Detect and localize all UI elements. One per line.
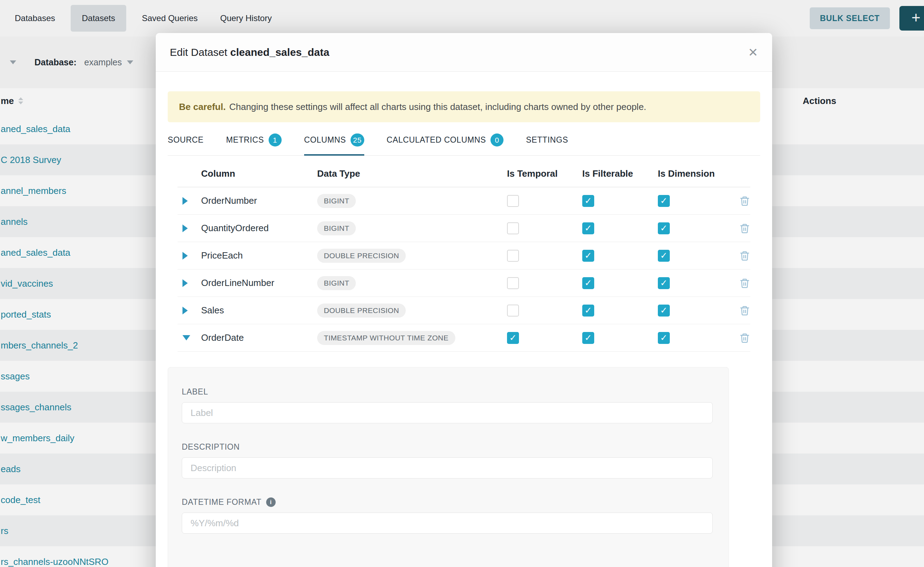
tab-source[interactable]: SOURCE <box>168 134 203 156</box>
column-name: PriceEach <box>201 250 317 261</box>
tab-calculated-columns[interactable]: CALCULATED COLUMNS0 <box>387 134 504 156</box>
header-is-dimension: Is Dimension <box>658 168 739 179</box>
label-field-label: LABEL <box>182 387 713 397</box>
column-row: OrderLineNumberBIGINT <box>178 270 750 297</box>
is-filterable-checkbox[interactable] <box>582 250 594 262</box>
column-row: OrderDateTIMESTAMP WITHOUT TIME ZONE <box>178 324 750 352</box>
warning-banner-text: Changing these settings will affect all … <box>229 102 646 112</box>
column-name: Sales <box>201 305 317 316</box>
modal-tabs: SOURCEMETRICS1COLUMNS25CALCULATED COLUMN… <box>168 134 760 156</box>
column-row: QuantityOrderedBIGINT <box>178 214 750 242</box>
info-icon: i <box>266 498 275 507</box>
is-temporal-checkbox[interactable] <box>507 195 519 207</box>
is-filterable-checkbox[interactable] <box>582 195 594 207</box>
modal-title-dataset-name: cleaned_sales_data <box>230 46 330 58</box>
modal-title-prefix: Edit Dataset <box>170 46 227 58</box>
close-icon[interactable]: ✕ <box>748 46 758 58</box>
columns-table-header: Column Data Type Is Temporal Is Filterab… <box>178 168 750 187</box>
columns-table-body: OrderNumberBIGINTQuantityOrderedBIGINTPr… <box>178 187 750 352</box>
is-dimension-checkbox[interactable] <box>658 332 670 344</box>
is-temporal-checkbox[interactable] <box>507 332 519 344</box>
tab-badge: 1 <box>269 134 281 147</box>
columns-table: Column Data Type Is Temporal Is Filterab… <box>178 168 750 352</box>
is-temporal-checkbox[interactable] <box>507 222 519 234</box>
header-data-type: Data Type <box>317 168 507 179</box>
expand-caret-icon[interactable] <box>178 279 201 287</box>
expand-caret-icon[interactable] <box>178 252 201 260</box>
data-type-pill: BIGINT <box>317 276 356 290</box>
column-name: OrderLineNumber <box>201 278 317 288</box>
datetime-format-field-label: DATETIME FORMAT <box>182 498 262 507</box>
modal-title: Edit Dataset cleaned_sales_data <box>170 46 330 58</box>
trash-icon[interactable] <box>739 250 750 261</box>
expand-caret-icon[interactable] <box>178 197 201 205</box>
tab-columns[interactable]: COLUMNS25 <box>304 134 364 156</box>
is-temporal-checkbox[interactable] <box>507 277 519 289</box>
column-name: QuantityOrdered <box>201 223 317 234</box>
is-temporal-checkbox[interactable] <box>507 304 519 316</box>
data-type-pill: BIGINT <box>317 194 356 208</box>
data-type-pill: DOUBLE PRECISION <box>317 249 406 263</box>
trash-icon[interactable] <box>739 332 750 344</box>
edit-dataset-modal: Edit Dataset cleaned_sales_data ✕ Be car… <box>156 33 772 567</box>
is-dimension-checkbox[interactable] <box>658 195 670 207</box>
label-field-group: LABEL <box>182 387 713 423</box>
is-filterable-checkbox[interactable] <box>582 277 594 289</box>
trash-icon[interactable] <box>739 305 750 316</box>
trash-icon[interactable] <box>739 223 750 234</box>
data-type-pill: DOUBLE PRECISION <box>317 303 406 318</box>
header-is-filterable: Is Filterable <box>582 168 658 179</box>
data-type-pill: TIMESTAMP WITHOUT TIME ZONE <box>317 331 455 345</box>
description-input[interactable] <box>182 458 713 478</box>
description-field-group: DESCRIPTION <box>182 442 713 478</box>
expand-caret-icon[interactable] <box>178 225 201 232</box>
tab-badge: 0 <box>491 134 504 147</box>
column-row: SalesDOUBLE PRECISION <box>178 297 750 324</box>
is-filterable-checkbox[interactable] <box>582 222 594 234</box>
tab-metrics[interactable]: METRICS1 <box>226 134 281 156</box>
column-row: PriceEachDOUBLE PRECISION <box>178 242 750 270</box>
column-row: OrderNumberBIGINT <box>178 187 750 214</box>
warning-banner-bold: Be careful. <box>179 102 226 112</box>
collapse-caret-icon[interactable] <box>178 335 201 340</box>
is-filterable-checkbox[interactable] <box>582 332 594 344</box>
is-dimension-checkbox[interactable] <box>658 277 670 289</box>
trash-icon[interactable] <box>739 195 750 207</box>
column-detail-panel: LABEL DESCRIPTION DATETIME FORMAT i <box>168 367 729 567</box>
warning-banner: Be careful. Changing these settings will… <box>168 92 760 122</box>
column-name: OrderDate <box>201 332 317 343</box>
modal-header: Edit Dataset cleaned_sales_data ✕ <box>156 33 772 72</box>
is-dimension-checkbox[interactable] <box>658 304 670 316</box>
expand-caret-icon[interactable] <box>178 307 201 314</box>
datetime-format-input[interactable] <box>182 513 713 534</box>
is-filterable-checkbox[interactable] <box>582 304 594 316</box>
is-dimension-checkbox[interactable] <box>658 222 670 234</box>
modal-body: Be careful. Changing these settings will… <box>156 72 772 567</box>
header-column: Column <box>201 168 317 179</box>
is-dimension-checkbox[interactable] <box>658 250 670 262</box>
column-name: OrderNumber <box>201 195 317 206</box>
description-field-label: DESCRIPTION <box>182 442 713 452</box>
tab-badge: 25 <box>351 134 364 147</box>
header-is-temporal: Is Temporal <box>507 168 582 179</box>
is-temporal-checkbox[interactable] <box>507 250 519 262</box>
trash-icon[interactable] <box>739 278 750 289</box>
datetime-format-field-group: DATETIME FORMAT i <box>182 498 713 534</box>
label-input[interactable] <box>182 402 713 423</box>
tab-settings[interactable]: SETTINGS <box>526 134 568 156</box>
data-type-pill: BIGINT <box>317 221 356 236</box>
